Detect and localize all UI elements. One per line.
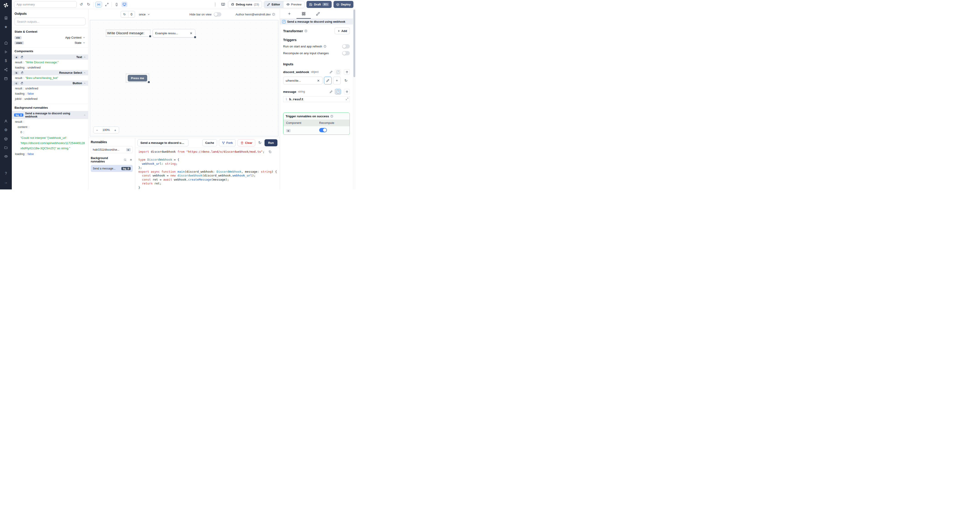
- connect-fx-icon[interactable]: f: [335, 69, 341, 75]
- runs-play-icon[interactable]: [0, 48, 12, 56]
- component-a-header[interactable]: a Text: [12, 54, 88, 60]
- script-tab[interactable]: Send a message to discord using: [137, 139, 189, 146]
- insert-component-tab[interactable]: [282, 9, 296, 19]
- search-icon[interactable]: [124, 158, 127, 161]
- resize-handle[interactable]: [194, 36, 196, 38]
- draft-button[interactable]: Draft⌘S: [307, 1, 332, 8]
- favorites-star-icon[interactable]: ★: [0, 22, 12, 31]
- resize-handle[interactable]: [148, 81, 150, 83]
- bg0-header[interactable]: bg_0 Send a message to discord using web…: [12, 111, 88, 119]
- hide-bar-label: Hide bar on view: [189, 13, 212, 16]
- schedule-dropdown[interactable]: once: [139, 13, 150, 16]
- styling-tab[interactable]: [311, 9, 325, 19]
- kv-line: loading:undefined: [12, 65, 88, 70]
- hand-icon: [21, 56, 24, 59]
- flows-share-icon[interactable]: [0, 65, 12, 74]
- copy-code-icon[interactable]: [268, 150, 272, 153]
- settings-gear-icon[interactable]: ⚙: [0, 126, 12, 134]
- zoom-out-button[interactable]: −: [94, 127, 101, 133]
- windmill-logo-icon[interactable]: [3, 2, 9, 8]
- clear-x-icon[interactable]: [317, 79, 320, 82]
- plug-icon[interactable]: [344, 89, 350, 94]
- editor-tab[interactable]: Editor: [264, 1, 283, 8]
- resource-select-component[interactable]: Example resou...: [153, 29, 195, 37]
- apps-icon[interactable]: [0, 14, 12, 22]
- app-summary-input[interactable]: [14, 1, 77, 8]
- plug-icon[interactable]: [344, 69, 350, 75]
- add-transformer-button[interactable]: Add: [335, 27, 350, 34]
- expand-editor-icon[interactable]: [346, 97, 348, 100]
- resize-handle[interactable]: [149, 35, 151, 37]
- search-outputs-input[interactable]: [14, 18, 86, 25]
- undo-button[interactable]: ↺: [78, 2, 84, 7]
- divider: [93, 2, 94, 7]
- refresh-resources-button[interactable]: ↻: [342, 77, 350, 84]
- scrollbar[interactable]: [353, 9, 356, 189]
- input-type: object: [311, 70, 318, 73]
- components-grid-icon: [302, 12, 305, 16]
- run-on-start-toggle[interactable]: [342, 44, 350, 49]
- app-canvas[interactable]: Write Discord message: Example resou... …: [90, 20, 278, 136]
- hide-bar-toggle[interactable]: [214, 12, 221, 17]
- static-pencil-icon[interactable]: [328, 69, 334, 75]
- preview-tab[interactable]: Preview: [283, 1, 304, 8]
- component-settings-tab[interactable]: [296, 9, 311, 19]
- static-pencil-icon[interactable]: [328, 89, 334, 94]
- home-icon[interactable]: [0, 38, 12, 48]
- rerun-icon-button[interactable]: ↻: [257, 140, 262, 146]
- desktop-view-button[interactable]: [121, 2, 127, 7]
- resource-value-input[interactable]: u/henri/te...: [283, 77, 323, 84]
- collapse-arrow-icon[interactable]: →: [0, 178, 12, 187]
- variables-dollar-icon[interactable]: $: [0, 56, 12, 65]
- create-resource-button[interactable]: [333, 77, 341, 84]
- message-expression-editor[interactable]: 1 b.result: [283, 96, 350, 102]
- fork-button[interactable]: Fork: [219, 139, 236, 146]
- add-runnable-plus-icon[interactable]: [129, 158, 133, 162]
- deploy-icon: [336, 3, 339, 6]
- component-alignment-button[interactable]: [95, 2, 102, 8]
- component-c-header[interactable]: c Button: [12, 81, 88, 86]
- cache-button[interactable]: Cache: [202, 139, 217, 146]
- connect-fx-icon-active[interactable]: f: [335, 89, 341, 94]
- debug-runs-button[interactable]: Debug runs (23): [228, 1, 262, 8]
- bg-runnables-title: Background runnables: [91, 156, 122, 163]
- audit-eye-icon[interactable]: [0, 152, 12, 161]
- input-name: discord_webhook: [283, 70, 309, 74]
- users-icon[interactable]: [0, 116, 12, 126]
- ctx-row[interactable]: ctx App Context: [12, 35, 88, 40]
- plus-icon: [335, 79, 339, 82]
- bg-runnable-item-selected[interactable]: Send a message... bg_0: [91, 165, 133, 172]
- state-row[interactable]: state State: [12, 40, 88, 45]
- zoom-in-button[interactable]: +: [111, 127, 119, 133]
- scrollbar-thumb[interactable]: [353, 10, 355, 77]
- zoom-control: − 100% +: [93, 127, 119, 134]
- deploy-button[interactable]: Deploy: [334, 1, 353, 8]
- fullscreen-button[interactable]: [104, 2, 110, 7]
- docs-book-icon[interactable]: [220, 2, 226, 7]
- chevron-up-icon: [83, 114, 86, 116]
- help-question-icon[interactable]: ?: [0, 169, 12, 178]
- clear-x-icon[interactable]: [189, 32, 193, 35]
- clear-button[interactable]: Clear: [237, 139, 255, 146]
- refresh-count-pill[interactable]: ↻ 0: [121, 11, 135, 18]
- recompute-on-change-toggle[interactable]: [342, 51, 350, 55]
- button-component-cell[interactable]: Press me: [126, 74, 149, 82]
- text-component[interactable]: Write Discord message:: [106, 30, 150, 37]
- component-b-header[interactable]: b Resource Select: [12, 70, 88, 75]
- more-menu-button[interactable]: ⋮: [212, 2, 218, 7]
- redo-button[interactable]: ↻: [86, 2, 91, 7]
- edit-resource-button[interactable]: [324, 77, 332, 84]
- success-row-c: c: [283, 126, 350, 135]
- recompute-c-toggle[interactable]: [319, 128, 327, 132]
- zoom-level: 100%: [101, 128, 111, 132]
- code-editor[interactable]: import discordwebhook from "https://deno…: [135, 148, 280, 189]
- folders-icon[interactable]: [0, 143, 12, 152]
- mobile-view-button[interactable]: [114, 2, 119, 7]
- press-me-button[interactable]: Press me: [128, 75, 147, 81]
- resources-box-icon[interactable]: [0, 134, 12, 143]
- runnable-item[interactable]: hub/1511/discord/se... c: [91, 146, 133, 153]
- schedules-calendar-icon[interactable]: [0, 74, 12, 83]
- kv-line: result:"Write Discord message:": [12, 60, 88, 65]
- run-button[interactable]: Run: [264, 139, 277, 146]
- kv-line: loading:false: [12, 151, 88, 156]
